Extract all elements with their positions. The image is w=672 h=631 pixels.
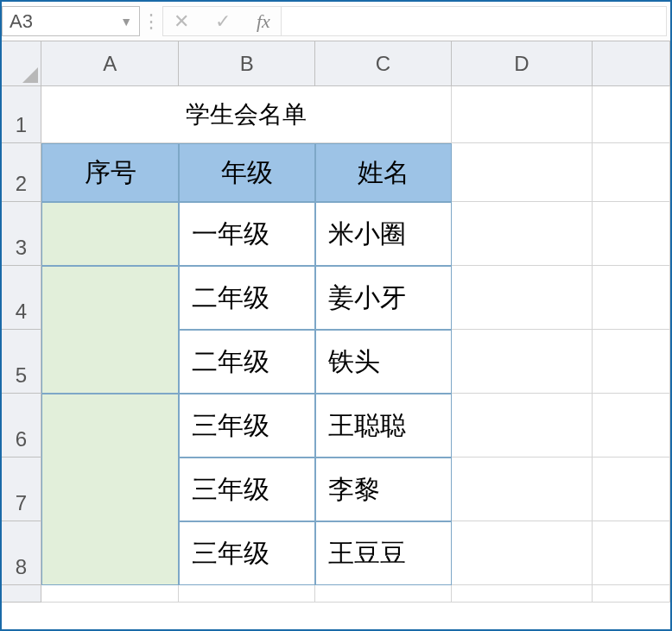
cell-B9[interactable]: [179, 585, 315, 603]
cell-B4[interactable]: 二年级: [179, 266, 315, 330]
cell-D8[interactable]: [452, 521, 593, 585]
cancel-icon[interactable]: ✕: [174, 10, 189, 33]
cell-D4[interactable]: [452, 266, 593, 330]
cell-D9[interactable]: [452, 585, 593, 603]
col-header-D[interactable]: D: [452, 41, 593, 86]
cell-C8[interactable]: 王豆豆: [315, 521, 452, 585]
row-6: 6 三年级 王聪聪: [2, 394, 670, 457]
cell-D2[interactable]: [452, 143, 593, 202]
cell-C9[interactable]: [315, 585, 452, 603]
cell-B6[interactable]: 三年级: [179, 394, 315, 457]
spreadsheet-grid: A B C D 1 学生会名单 2 序号 年级 姓名 3 一年级 米小圈: [2, 41, 670, 603]
cell-E9[interactable]: [593, 585, 670, 603]
cell-D3[interactable]: [452, 202, 593, 266]
fx-icon[interactable]: fx: [257, 10, 270, 33]
cell-B5[interactable]: 二年级: [179, 330, 315, 394]
row-header-8[interactable]: 8: [2, 521, 41, 585]
cell-C7[interactable]: 李黎: [315, 457, 452, 521]
cell-A5[interactable]: [41, 330, 180, 394]
col-header-C[interactable]: C: [315, 41, 452, 86]
cell-D5[interactable]: [452, 330, 593, 394]
cell-A9[interactable]: [41, 585, 180, 603]
col-header-A[interactable]: A: [41, 41, 180, 86]
cell-C5[interactable]: 铁头: [315, 330, 452, 394]
row-9: [2, 585, 670, 603]
cell-E6[interactable]: [593, 394, 670, 457]
cell-B8[interactable]: 三年级: [179, 521, 315, 585]
row-7: 7 三年级 李黎: [2, 457, 670, 521]
name-box-value: A3: [10, 10, 33, 33]
row-header-5[interactable]: 5: [2, 330, 41, 394]
column-headers: A B C D: [2, 41, 670, 86]
row-header-3[interactable]: 3: [2, 202, 41, 266]
formula-input[interactable]: [281, 6, 667, 36]
formula-buttons: ✕ ✓ fx: [162, 6, 281, 36]
row-2: 2 序号 年级 姓名: [2, 143, 670, 202]
row-3: 3 一年级 米小圈: [2, 202, 670, 266]
row-1: 1 学生会名单: [2, 86, 670, 143]
cell-A3[interactable]: [41, 202, 180, 266]
cell-C2[interactable]: 姓名: [315, 143, 452, 202]
name-box[interactable]: A3 ▼: [2, 6, 140, 36]
cell-E2[interactable]: [593, 143, 670, 202]
cell-E7[interactable]: [593, 457, 670, 521]
cell-A8[interactable]: [41, 521, 180, 585]
row-5: 5 二年级 铁头: [2, 330, 670, 394]
dropdown-icon[interactable]: ▼: [120, 15, 132, 28]
cell-C4[interactable]: 姜小牙: [315, 266, 452, 330]
row-header-7[interactable]: 7: [2, 457, 41, 521]
cell-A6[interactable]: [41, 394, 180, 457]
row-8: 8 三年级 王豆豆: [2, 521, 670, 585]
row-header-1[interactable]: 1: [2, 86, 41, 143]
cell-D1[interactable]: [452, 86, 593, 143]
cell-A4[interactable]: [41, 266, 180, 330]
cell-E3[interactable]: [593, 202, 670, 266]
confirm-icon[interactable]: ✓: [215, 10, 231, 33]
cell-E4[interactable]: [593, 266, 670, 330]
cell-E1[interactable]: [593, 86, 670, 143]
cell-title[interactable]: 学生会名单: [41, 86, 452, 143]
cell-D6[interactable]: [452, 394, 593, 457]
row-header-9[interactable]: [2, 585, 41, 603]
cell-B2[interactable]: 年级: [179, 143, 315, 202]
cell-E5[interactable]: [593, 330, 670, 394]
col-header-extra[interactable]: [593, 41, 670, 86]
col-header-B[interactable]: B: [179, 41, 315, 86]
cell-A7[interactable]: [41, 457, 180, 521]
row-header-2[interactable]: 2: [2, 143, 41, 202]
row-header-6[interactable]: 6: [2, 394, 41, 457]
divider-icon: ⋮: [140, 2, 162, 41]
rows: 1 学生会名单 2 序号 年级 姓名 3 一年级 米小圈 4 二年级: [2, 86, 670, 603]
cell-A2[interactable]: 序号: [41, 143, 180, 202]
cell-E8[interactable]: [593, 521, 670, 585]
row-header-4[interactable]: 4: [2, 266, 41, 330]
cell-B7[interactable]: 三年级: [179, 457, 315, 521]
cell-D7[interactable]: [452, 457, 593, 521]
row-4: 4 二年级 姜小牙: [2, 266, 670, 330]
cell-C6[interactable]: 王聪聪: [315, 394, 452, 457]
cell-B3[interactable]: 一年级: [179, 202, 315, 266]
formula-bar: A3 ▼ ⋮ ✕ ✓ fx: [2, 2, 670, 41]
cell-C3[interactable]: 米小圈: [315, 202, 452, 266]
select-all-corner[interactable]: [2, 41, 41, 86]
